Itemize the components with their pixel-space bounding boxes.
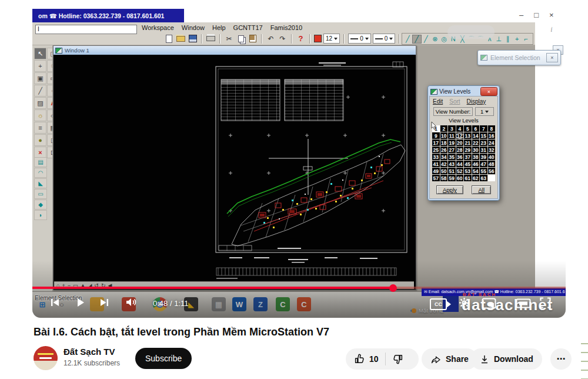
- snap-mode-icon[interactable]: ⊗: [431, 35, 440, 43]
- level-cell-59[interactable]: 59: [448, 175, 456, 181]
- level-cell-12[interactable]: 12: [456, 132, 464, 139]
- level-cell-41[interactable]: 41: [432, 161, 440, 167]
- previous-button[interactable]: [50, 298, 60, 307]
- level-cell-2[interactable]: 2: [440, 125, 448, 132]
- drawing-window-titlebar[interactable]: Window 1: [54, 46, 416, 55]
- level-cell-17[interactable]: 17: [432, 139, 440, 146]
- menu-item[interactable]: Display: [467, 98, 486, 105]
- volume-button[interactable]: [125, 297, 138, 307]
- level-cell-45[interactable]: 45: [464, 161, 472, 167]
- share-button[interactable]: Share: [422, 348, 477, 370]
- level-cell-51[interactable]: 51: [448, 168, 456, 174]
- level-cell-18[interactable]: 18: [440, 139, 448, 146]
- tool-icon[interactable]: ≡: [34, 122, 46, 134]
- level-cell-32[interactable]: 32: [488, 147, 496, 153]
- menu-item[interactable]: Sort: [449, 98, 460, 105]
- close-icon[interactable]: ×: [480, 87, 497, 96]
- level-cell-44[interactable]: 44: [456, 161, 464, 167]
- level-cell-28[interactable]: 28: [456, 147, 464, 153]
- minimize-icon[interactable]: –: [519, 11, 523, 19]
- captions-button[interactable]: CC: [430, 298, 447, 310]
- cut-icon[interactable]: ✂: [224, 34, 234, 44]
- view-number-dropdown[interactable]: 1: [475, 107, 494, 116]
- more-actions-button[interactable]: ⋯: [550, 348, 572, 370]
- level-cell-23[interactable]: 23: [480, 139, 487, 146]
- level-cell-15[interactable]: 15: [480, 132, 487, 139]
- level-cell-60[interactable]: 60: [456, 175, 464, 181]
- tool-icon[interactable]: ×: [34, 147, 46, 158]
- level-cell-21[interactable]: 21: [464, 139, 472, 146]
- level-cell-10[interactable]: 10: [440, 132, 448, 139]
- restore-icon[interactable]: □: [534, 11, 539, 19]
- level-cell-20[interactable]: 20: [456, 139, 464, 146]
- close-icon[interactable]: ×: [549, 11, 554, 19]
- level-cell-46[interactable]: 46: [472, 161, 480, 167]
- card-teaser-pill[interactable]: [447, 25, 495, 39]
- fullscreen-button[interactable]: [539, 297, 552, 309]
- level-cell-57[interactable]: 57: [432, 175, 440, 181]
- snap-mode-icon[interactable]: ⌐: [522, 35, 531, 42]
- level-cell-35[interactable]: 35: [448, 154, 456, 160]
- level-cell-4[interactable]: 4: [456, 125, 464, 132]
- level-cell-14[interactable]: 14: [472, 132, 480, 139]
- level-cell-54[interactable]: 54: [472, 168, 480, 174]
- level-cell-13[interactable]: 13: [464, 132, 472, 139]
- close-icon[interactable]: ×: [546, 53, 558, 62]
- level-cell-47[interactable]: 47: [480, 161, 487, 167]
- level-cell-3[interactable]: 3: [448, 125, 456, 132]
- next-button[interactable]: [99, 298, 109, 307]
- level-cell-39[interactable]: 39: [480, 154, 487, 160]
- snap-mode-icon[interactable]: ∥: [504, 35, 513, 43]
- level-cell-11[interactable]: 11: [448, 132, 456, 139]
- menu-item[interactable]: GCNTT17: [233, 24, 263, 31]
- tool-icon[interactable]: ☼: [34, 109, 46, 121]
- level-cell-34[interactable]: 34: [440, 154, 448, 160]
- level-cell-27[interactable]: 27: [448, 147, 456, 153]
- tool-icon[interactable]: ◗: [34, 210, 47, 220]
- channel-avatar[interactable]: [34, 346, 58, 370]
- new-file-icon[interactable]: [164, 34, 174, 44]
- tool-icon[interactable]: ▤: [34, 157, 47, 167]
- level-cell-52[interactable]: 52: [456, 168, 464, 174]
- level-cell-24[interactable]: 24: [488, 139, 496, 146]
- snap-mode-icon[interactable]: +: [513, 35, 522, 42]
- line-weight-dropdown-b[interactable]: 0: [373, 34, 396, 44]
- tool-icon[interactable]: ▭: [34, 189, 47, 199]
- help-icon[interactable]: ?: [296, 34, 306, 44]
- drawing-canvas[interactable]: [54, 55, 414, 280]
- level-cell-16[interactable]: 16: [488, 132, 496, 139]
- thumbs-down-icon[interactable]: [392, 354, 403, 364]
- video-player[interactable]: om ☎ Hotline: 0363.232.739 - 0817.601.60…: [32, 9, 566, 318]
- snap-mode-icon[interactable]: ╱: [403, 35, 412, 43]
- tool-icon[interactable]: ●: [34, 134, 46, 146]
- level-cell-25[interactable]: 25: [432, 147, 440, 153]
- level-cell-30[interactable]: 30: [472, 147, 480, 153]
- line-weight-dropdown-a[interactable]: 0: [348, 34, 371, 44]
- tool-icon[interactable]: ◠: [34, 168, 47, 178]
- tool-icon[interactable]: +: [34, 60, 46, 72]
- level-cell-33[interactable]: 33: [432, 154, 440, 160]
- tool-icon[interactable]: ╱: [34, 85, 46, 97]
- settings-gear-icon[interactable]: [458, 297, 470, 309]
- level-cell-42[interactable]: 42: [440, 161, 448, 167]
- menu-item[interactable]: Workspace: [142, 24, 174, 31]
- level-cell-48[interactable]: 48: [488, 161, 496, 167]
- level-cell-5[interactable]: 5: [464, 125, 472, 132]
- level-cell-37[interactable]: 37: [464, 154, 472, 160]
- active-color-chip[interactable]: [314, 35, 322, 42]
- snap-mode-icon[interactable]: ⊥: [495, 35, 503, 43]
- level-cell-56[interactable]: 56: [488, 168, 496, 174]
- level-cell-61[interactable]: 61: [464, 175, 472, 181]
- level-cell-26[interactable]: 26: [440, 147, 448, 153]
- view-levels-dialog[interactable]: View Levels × EditSortDisplay View Numbe…: [427, 85, 500, 201]
- level-cell-62[interactable]: 62: [472, 175, 480, 181]
- subscribe-button[interactable]: Subscribe: [135, 348, 192, 369]
- level-cell-31[interactable]: 31: [480, 147, 487, 153]
- paste-icon[interactable]: [248, 34, 258, 44]
- level-cell-55[interactable]: 55: [480, 168, 487, 174]
- level-cell-50[interactable]: 50: [440, 168, 448, 174]
- open-file-icon[interactable]: [176, 34, 186, 44]
- related-thumbnail-edge[interactable]: [581, 335, 588, 379]
- font-size-dropdown[interactable]: 12: [323, 34, 340, 44]
- thumbs-up-icon[interactable]: [354, 354, 365, 364]
